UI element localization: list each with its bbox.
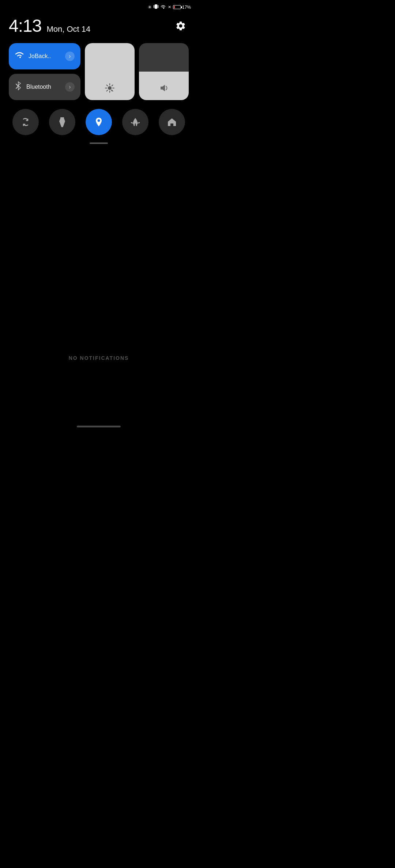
svg-rect-2 — [158, 5, 158, 8]
bluetooth-tile-arrow[interactable]: › — [65, 82, 75, 92]
svg-line-10 — [112, 85, 113, 86]
signal-x-icon: ✕ — [168, 5, 171, 9]
no-notifications-text: NO NOTIFICATIONS — [69, 355, 129, 361]
wifi-tile-icon — [15, 52, 24, 61]
svg-line-8 — [107, 85, 108, 86]
home-bar — [77, 426, 121, 427]
svg-marker-13 — [59, 118, 65, 127]
tiles-right: A — [85, 43, 189, 100]
settings-button[interactable] — [173, 18, 189, 34]
battery-percent: 17% — [182, 5, 191, 10]
airplane-toggle[interactable] — [122, 109, 148, 135]
status-bar: ✳ ✕ 17% — [0, 0, 198, 13]
svg-rect-0 — [155, 4, 157, 9]
tiles-left: JoBack.. › Bluetooth › — [9, 43, 80, 100]
bluetooth-tile-icon — [15, 81, 22, 93]
brightness-slider[interactable]: A — [85, 43, 135, 100]
bluetooth-tile[interactable]: Bluetooth › — [9, 74, 80, 100]
bluetooth-tile-label: Bluetooth — [26, 84, 61, 90]
bluetooth-status-icon: ✳ — [148, 4, 152, 10]
wifi-tile-label: JoBack.. — [29, 53, 61, 60]
rotate-toggle[interactable] — [12, 109, 39, 135]
volume-icon — [159, 83, 169, 95]
settings-icon — [175, 20, 186, 31]
wifi-tile[interactable]: JoBack.. › — [9, 43, 80, 69]
home-toggle[interactable] — [159, 109, 185, 135]
volume-slider[interactable] — [139, 43, 189, 100]
svg-line-11 — [107, 90, 108, 91]
location-toggle[interactable] — [86, 109, 112, 135]
time-date-row: 4:13 Mon, Oct 14 — [0, 13, 198, 43]
toggle-row — [0, 100, 198, 135]
battery-icon — [173, 5, 181, 9]
svg-point-15 — [98, 119, 100, 122]
svg-rect-14 — [60, 117, 64, 119]
status-icons: ✳ ✕ 17% — [148, 4, 191, 11]
clock-date: Mon, Oct 14 — [46, 24, 90, 34]
battery-indicator: 17% — [173, 5, 191, 10]
wifi-tile-arrow[interactable]: › — [65, 52, 75, 61]
quick-tiles: JoBack.. › Bluetooth › — [0, 43, 198, 100]
svg-rect-1 — [154, 5, 154, 8]
svg-text:A: A — [111, 89, 113, 92]
drag-handle[interactable] — [90, 142, 108, 144]
time-date: 4:13 Mon, Oct 14 — [9, 16, 90, 36]
vibrate-status-icon — [154, 4, 158, 11]
flashlight-toggle[interactable] — [49, 109, 75, 135]
clock-time: 4:13 — [9, 16, 41, 36]
wifi-status-icon — [160, 4, 166, 10]
brightness-icon: A — [105, 83, 114, 95]
